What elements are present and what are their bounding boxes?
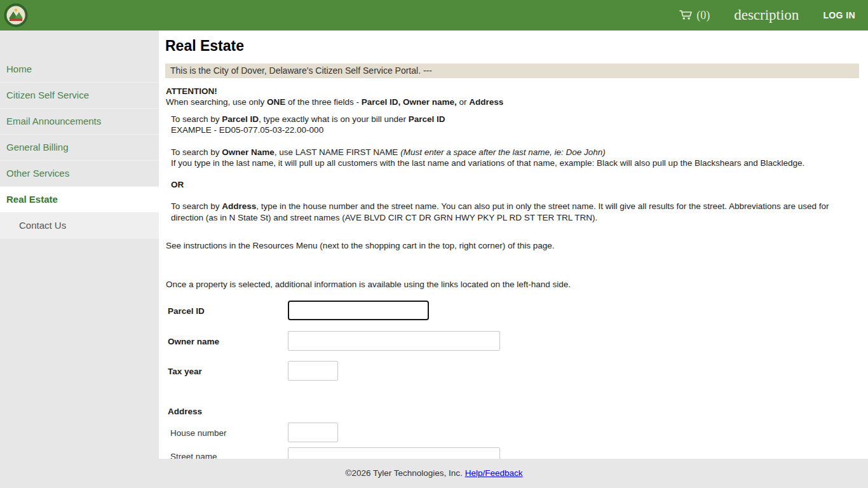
see-instructions-line: See instructions in the Resources Menu (… [166,241,555,250]
log-in-button[interactable]: LOG IN [823,10,855,20]
sidebar-item-home[interactable]: Home [0,57,159,83]
parcel-example-line: EXAMPLE - ED05-077.05-03-22.00-000 [171,125,323,135]
owner-name-input[interactable] [288,331,500,351]
house-number-label: House number [170,428,227,438]
sidebar-item-other-services[interactable]: Other Services [0,161,159,187]
page-footer: ©2026 Tyler Technologies, Inc. Help/Feed… [0,459,868,488]
or-label: OR [171,180,184,189]
parcel-search-instruction: To search by Parcel ID, type exactly wha… [171,114,445,124]
page-title: Real Estate [165,37,244,55]
city-seal-logo[interactable] [4,3,28,27]
portal-notice-banner: This is the City of Dover, Delaware's Ci… [165,64,859,78]
sidebar-item-citizen-self-service[interactable]: Citizen Self Service [0,83,159,109]
main-content: Real Estate This is the City of Dover, D… [159,30,868,459]
street-name-input[interactable] [288,447,500,459]
parcel-id-label: Parcel ID [168,306,205,316]
page: (0) description LOG IN Home Citizen Self… [0,0,868,488]
left-sidebar: Home Citizen Self Service Email Announce… [0,30,159,488]
address-search-instruction: To search by Address, type in the house … [171,201,861,223]
help-feedback-link[interactable]: Help/Feedback [465,468,523,478]
house-number-input[interactable] [288,423,338,442]
owner-name-label: Owner name [168,337,219,346]
owner-search-instruction: To search by Owner Name, use LAST NAME F… [171,147,606,157]
owner-search-note: If you type in the last name, it will pu… [171,158,804,168]
tax-year-input[interactable] [288,361,338,381]
city-seal-icon [4,3,28,27]
street-name-label: Street name [170,452,217,459]
cart-count: (0) [696,9,710,22]
header-actions: (0) description LOG IN [679,0,868,30]
resources-menu-button[interactable]: description [734,7,799,24]
top-header-bar: (0) description LOG IN [0,0,868,30]
shopping-cart-button[interactable]: (0) [679,8,710,22]
attention-heading: ATTENTION! [166,86,217,96]
when-searching-line: When searching, use only ONE of the thre… [166,97,503,107]
sidebar-item-general-billing[interactable]: General Billing [0,135,159,161]
sidebar-item-contact-us[interactable]: Contact Us [0,213,159,239]
copyright-text: ©2026 Tyler Technologies, Inc. [346,468,463,478]
sidebar-item-email-announcements[interactable]: Email Announcements [0,109,159,135]
sidebar-item-real-estate[interactable]: Real Estate [0,187,159,213]
address-section-heading: Address [168,407,202,416]
once-selected-line: Once a property is selected, additional … [166,280,571,289]
sidebar-nav: Home Citizen Self Service Email Announce… [0,30,159,239]
shopping-cart-icon [679,8,693,22]
tax-year-label: Tax year [168,367,202,376]
parcel-id-input[interactable] [288,301,429,320]
